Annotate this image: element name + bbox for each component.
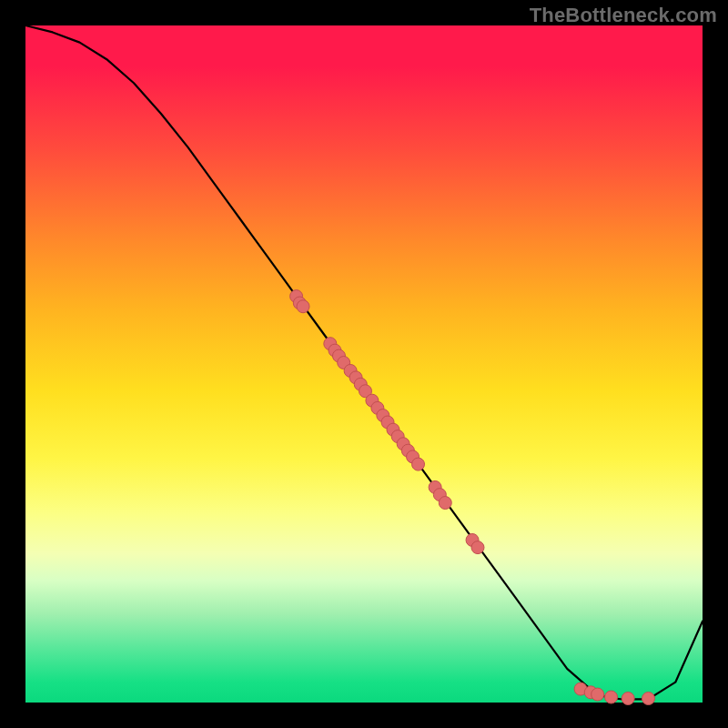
data-point bbox=[297, 300, 309, 313]
watermark-label: TheBottleneck.com bbox=[530, 4, 717, 27]
data-point bbox=[622, 693, 634, 705]
data-point bbox=[642, 693, 654, 705]
data-point bbox=[412, 458, 425, 470]
data-point bbox=[439, 497, 451, 510]
chart-svg bbox=[25, 25, 703, 703]
chart-stage: TheBottleneck.com bbox=[0, 0, 728, 728]
data-point bbox=[605, 691, 618, 703]
data-point bbox=[592, 688, 604, 701]
bottleneck-curve bbox=[25, 25, 703, 699]
plot-area bbox=[25, 25, 703, 703]
data-points-group bbox=[290, 290, 655, 705]
data-point bbox=[471, 541, 484, 554]
